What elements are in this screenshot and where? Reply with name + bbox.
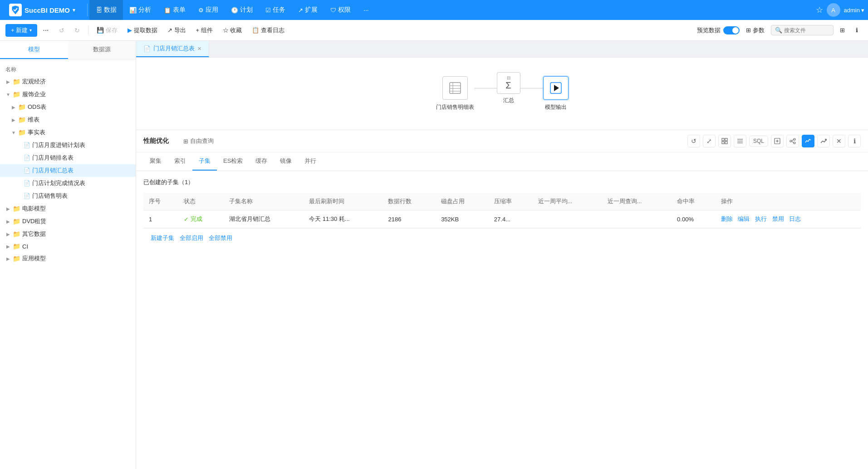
- list-view-button[interactable]: [734, 135, 746, 147]
- undo-button[interactable]: ↺: [54, 24, 69, 36]
- tree-item-store-plan[interactable]: 📄 门店月度进销计划表: [0, 139, 136, 151]
- params-button[interactable]: ⊞ 参数: [741, 24, 769, 37]
- save-icon: 💾: [97, 27, 104, 34]
- nav-item-plan[interactable]: 🕐 计划: [225, 0, 259, 20]
- star-button[interactable]: ☆: [816, 5, 823, 15]
- new-dropdown-icon: ▾: [29, 28, 32, 33]
- component-button[interactable]: + 组件: [191, 24, 217, 37]
- close-panel-button[interactable]: ✕: [833, 135, 845, 147]
- tree-item-fact[interactable]: ▼ 📁 事实表: [0, 126, 136, 139]
- action-edit[interactable]: 编辑: [738, 215, 750, 222]
- search-box[interactable]: 🔍: [771, 25, 834, 35]
- preview-switch[interactable]: [723, 26, 740, 34]
- tab-index[interactable]: 索引: [168, 152, 192, 171]
- tree-item-store-complete[interactable]: 📄 门店计划完成情况表: [0, 177, 136, 190]
- nav-item-app[interactable]: ⚙ 应用: [192, 0, 225, 20]
- expand-button[interactable]: ⤢: [703, 135, 716, 147]
- more-button[interactable]: ···: [38, 24, 53, 37]
- tree-item-fashion[interactable]: ▼ 📁 服饰企业: [0, 88, 136, 101]
- tree-item-dim[interactable]: ▶ 📁 维表: [0, 113, 136, 126]
- tree-item-dvd[interactable]: ▶ 📁 DVD租赁: [0, 215, 136, 228]
- info-button[interactable]: ℹ: [851, 24, 863, 36]
- pipeline-area: 门店销售明细表 ⊟ Σ 汇总: [136, 58, 868, 130]
- tree-item-store-summary[interactable]: 📄 门店月销汇总表: [0, 164, 136, 177]
- cell-name: 湖北省月销汇总: [224, 210, 304, 228]
- nav-item-more[interactable]: ···: [357, 0, 375, 20]
- nav-item-analysis[interactable]: 📊 分析: [123, 0, 157, 20]
- pipeline-node-source[interactable]: 门店销售明细表: [436, 76, 474, 111]
- tree-item-app-model[interactable]: ▶ 📁 应用模型: [0, 252, 136, 265]
- nav-item-extend[interactable]: ↗ 扩展: [292, 0, 324, 20]
- user-menu[interactable]: admin ▾: [844, 7, 864, 14]
- tree-item-store-rank[interactable]: 📄 门店月销排名表: [0, 151, 136, 164]
- share-button[interactable]: [786, 135, 799, 147]
- tree-item-store-detail[interactable]: 📄 门店销售明表: [0, 190, 136, 202]
- active-tool-button[interactable]: [802, 135, 814, 147]
- tab-parallel[interactable]: 并行: [298, 152, 323, 171]
- table-view-button[interactable]: [718, 135, 731, 147]
- source-node-box[interactable]: [442, 76, 468, 100]
- app-title-arrow: ▾: [73, 7, 75, 13]
- plus-square-button[interactable]: [771, 135, 784, 147]
- col-weekly-query: 近一周查询...: [602, 193, 672, 210]
- folder-icon: 📁: [13, 255, 20, 262]
- layout-button[interactable]: ⊞: [835, 24, 849, 36]
- tree-item-movie[interactable]: ▶ 📁 电影模型: [0, 202, 136, 215]
- save-button[interactable]: 💾 保存: [92, 24, 122, 37]
- tab-es[interactable]: ES检索: [217, 152, 249, 171]
- trend-button[interactable]: [817, 135, 830, 147]
- action-delete[interactable]: 删除: [721, 215, 733, 222]
- tab-close-icon[interactable]: ✕: [197, 46, 201, 52]
- tab-subset[interactable]: 子集: [192, 152, 217, 171]
- svg-rect-10: [725, 142, 727, 144]
- tab-aggregate[interactable]: 聚集: [143, 152, 168, 171]
- table-header-row: 序号 状态 子集名称 最后刷新时间 数据行数 磁盘占用 压缩率 近一周平均...…: [143, 193, 861, 210]
- pipeline-node-output[interactable]: 模型输出: [543, 76, 569, 111]
- action-execute[interactable]: 执行: [755, 215, 767, 222]
- nav-item-task[interactable]: ☑ 任务: [259, 0, 292, 20]
- agg-node-box[interactable]: ⊟ Σ: [497, 72, 520, 94]
- sidebar: 模型 数据源 名称 ▶ 📁 宏观经济 ▼ 📁 服饰企业 ▶ 📁 ODS表: [0, 41, 136, 469]
- log-button[interactable]: 📋 查看日志: [247, 24, 289, 37]
- output-node-box[interactable]: [543, 76, 569, 100]
- svg-line-20: [792, 140, 794, 141]
- refresh-button[interactable]: ↺: [687, 135, 700, 147]
- collect-button[interactable]: ☆ 收藏: [218, 24, 247, 37]
- pipeline-node-agg[interactable]: ⊟ Σ 汇总: [497, 72, 520, 104]
- logo-area[interactable]: SuccBI DEMO ▾: [4, 4, 85, 16]
- tree-item-ci[interactable]: ▶ 📁 CI: [0, 240, 136, 252]
- new-button[interactable]: + 新建 ▾: [5, 24, 37, 37]
- nav-item-form[interactable]: 📋 表单: [157, 0, 192, 20]
- tree-item-other[interactable]: ▶ 📁 其它数据: [0, 228, 136, 240]
- col-actions: 操作: [716, 193, 861, 210]
- col-disk: 磁盘占用: [436, 193, 489, 210]
- tree-item-ods[interactable]: ▶ 📁 ODS表: [0, 101, 136, 113]
- nav-item-permission[interactable]: 🛡 权限: [324, 0, 357, 20]
- disable-all-link[interactable]: 全部禁用: [209, 234, 232, 242]
- redo-button[interactable]: ↻: [70, 24, 84, 36]
- avatar[interactable]: A: [827, 3, 840, 17]
- new-subset-link[interactable]: 新建子集: [151, 234, 174, 242]
- tab-file-icon: 📄: [143, 45, 151, 52]
- content-tab-summary[interactable]: 📄 门店月销汇总表 ✕: [136, 41, 209, 57]
- free-query-button[interactable]: ⊞ 自由查询: [183, 137, 214, 145]
- action-disable[interactable]: 禁用: [772, 215, 784, 222]
- fetch-button[interactable]: ▶ 提取数据: [123, 24, 162, 37]
- action-log[interactable]: 日志: [789, 215, 801, 222]
- enable-all-link[interactable]: 全部启用: [180, 234, 203, 242]
- tab-datasource[interactable]: 数据源: [68, 41, 136, 59]
- search-input[interactable]: [784, 27, 829, 34]
- arrow-icon: ▼: [11, 130, 16, 135]
- nav-item-data[interactable]: 🗄 数据: [89, 0, 123, 20]
- extend-icon: ↗: [298, 7, 303, 14]
- tab-model[interactable]: 模型: [0, 41, 68, 59]
- tab-mirror[interactable]: 镜像: [274, 152, 298, 171]
- tree-item-macro[interactable]: ▶ 📁 宏观经济: [0, 75, 136, 88]
- file-icon: 📄: [24, 193, 30, 199]
- svg-point-18: [794, 138, 795, 140]
- data-icon: 🗄: [96, 6, 102, 14]
- export-button[interactable]: ↗ 导出: [163, 24, 191, 37]
- sql-button[interactable]: SQL: [749, 136, 768, 147]
- tab-cache[interactable]: 缓存: [249, 152, 274, 171]
- info-panel-button[interactable]: ℹ: [848, 135, 861, 147]
